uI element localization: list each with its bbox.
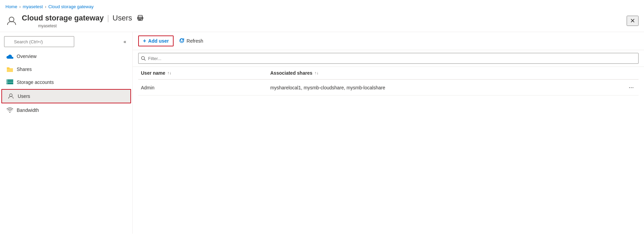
breadcrumb: Home › myasetest › Cloud storage gateway <box>0 0 644 11</box>
header-subtitle: myasetest <box>38 24 145 28</box>
col-username-label: User name <box>141 70 165 76</box>
add-user-label: Add user <box>148 38 169 44</box>
sidebar-item-users-wrapper: Users <box>1 89 131 103</box>
cloud-icon <box>6 53 13 60</box>
svg-point-0 <box>9 17 14 22</box>
filter-input[interactable] <box>138 53 639 64</box>
svg-rect-14 <box>7 84 8 84</box>
cell-associated-shares: mysharelocal1, mysmb-cloudshare, mysmb-l… <box>268 79 618 96</box>
svg-point-16 <box>10 112 11 113</box>
wifi-icon <box>6 107 13 114</box>
breadcrumb-myasetest[interactable]: myasetest <box>23 4 43 9</box>
filter-search-icon <box>141 56 146 61</box>
header-separator: | <box>107 14 109 23</box>
user-icon <box>7 93 14 100</box>
sidebar: « Overview Shares <box>0 32 133 234</box>
refresh-label: Refresh <box>187 38 203 44</box>
collapse-sidebar-button[interactable]: « <box>120 37 130 46</box>
breadcrumb-home[interactable]: Home <box>5 4 17 9</box>
svg-rect-1 <box>138 15 142 18</box>
sidebar-item-overview[interactable]: Overview <box>0 50 132 63</box>
svg-point-15 <box>10 94 12 97</box>
add-user-button[interactable]: + Add user <box>138 35 174 46</box>
search-wrap <box>4 36 119 47</box>
sidebar-item-storage-accounts[interactable]: Storage accounts <box>0 76 132 89</box>
sidebar-label-bandwidth: Bandwidth <box>17 107 39 113</box>
users-table: User name ↑↓ Associated shares ↑↓ <box>138 67 639 96</box>
sidebar-label-shares: Shares <box>17 67 32 72</box>
sidebar-item-users[interactable]: Users <box>2 90 130 103</box>
refresh-icon <box>179 38 184 44</box>
header-title-row: Cloud storage gateway | Users <box>22 13 145 23</box>
content-area: + Add user Refresh <box>133 32 644 234</box>
header-resource-name: Cloud storage gateway <box>22 14 104 23</box>
storage-icon <box>6 79 13 86</box>
header: Cloud storage gateway | Users myasetest … <box>0 11 644 32</box>
table-row: Admin mysharelocal1, mysmb-cloudshare, m… <box>138 79 639 96</box>
header-page-name: Users <box>113 14 132 23</box>
svg-point-6 <box>142 18 142 18</box>
folder-icon <box>6 66 13 73</box>
col-shares-label: Associated shares <box>270 70 312 76</box>
resource-icon <box>5 15 18 27</box>
table-header-row: User name ↑↓ Associated shares ↑↓ <box>138 67 639 79</box>
main-layout: « Overview Shares <box>0 32 644 234</box>
filter-input-wrap <box>138 53 639 64</box>
row-more-button[interactable]: ··· <box>627 83 636 92</box>
header-left: Cloud storage gateway | Users myasetest <box>5 13 145 28</box>
sidebar-item-shares[interactable]: Shares <box>0 63 132 76</box>
svg-rect-12 <box>7 80 8 81</box>
breadcrumb-sep-1: › <box>19 4 21 9</box>
col-header-username: User name ↑↓ <box>138 67 268 79</box>
cell-username: Admin <box>138 79 268 96</box>
sidebar-search-input[interactable] <box>4 36 74 47</box>
refresh-button[interactable]: Refresh <box>175 36 207 46</box>
sidebar-label-storage-accounts: Storage accounts <box>17 79 54 85</box>
col-username-sort-icon[interactable]: ↑↓ <box>167 71 172 75</box>
svg-line-18 <box>144 59 146 61</box>
col-shares-sort-icon[interactable]: ↑↓ <box>315 71 319 75</box>
close-button[interactable]: ✕ <box>627 16 639 26</box>
filter-row <box>133 50 644 67</box>
breadcrumb-current[interactable]: Cloud storage gateway <box>48 4 94 9</box>
sidebar-item-bandwidth[interactable]: Bandwidth <box>0 104 132 117</box>
header-title-block: Cloud storage gateway | Users myasetest <box>22 13 145 28</box>
svg-rect-13 <box>7 82 8 82</box>
breadcrumb-sep-2: › <box>45 4 46 9</box>
col-header-actions <box>618 67 639 79</box>
svg-rect-4 <box>139 20 141 20</box>
sidebar-label-overview: Overview <box>17 54 36 59</box>
cell-actions: ··· <box>618 79 639 96</box>
table-container: User name ↑↓ Associated shares ↑↓ <box>133 67 644 234</box>
plus-icon: + <box>143 38 146 44</box>
col-header-shares: Associated shares ↑↓ <box>268 67 618 79</box>
print-icon[interactable] <box>135 13 145 23</box>
sidebar-label-users: Users <box>18 93 30 99</box>
toolbar: + Add user Refresh <box>133 32 644 50</box>
sidebar-search-row: « <box>0 35 132 50</box>
